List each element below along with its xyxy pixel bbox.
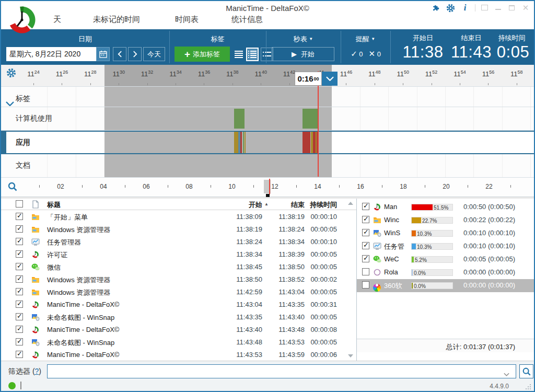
stopwatch-section-label[interactable]: 秒表 ▼: [266, 34, 341, 44]
day-overview-ruler[interactable]: 0204060810121416182022: [1, 178, 534, 197]
row-checkbox[interactable]: [16, 326, 23, 333]
timeline-settings-gear-icon[interactable]: [6, 68, 16, 78]
scroll-up-arrow[interactable]: [348, 202, 353, 205]
row-checkbox[interactable]: [16, 301, 23, 308]
app-usage-row[interactable]: 任务管 10.3% 0:00:10 (0:00:10): [357, 240, 534, 253]
timeline-row-tags[interactable]: 标签: [1, 87, 534, 107]
scroll-down-arrow[interactable]: [348, 354, 353, 358]
usage-bar-track: 0.0%: [411, 282, 453, 289]
maximize-button[interactable]: [508, 4, 516, 11]
row-checkbox[interactable]: [16, 275, 23, 283]
app-usage-row[interactable]: WinS 10.3% 0:00:10 (0:00:10): [357, 227, 534, 240]
row-checkbox[interactable]: [16, 338, 23, 345]
activity-bar[interactable]: [313, 132, 316, 153]
calendar-icon[interactable]: [96, 47, 110, 61]
row-checkbox[interactable]: [362, 203, 369, 210]
activity-bar[interactable]: [240, 132, 242, 153]
row-checkbox[interactable]: [362, 255, 369, 262]
timeline-row-documents[interactable]: 文档: [1, 154, 534, 178]
prev-day-button[interactable]: [113, 47, 126, 61]
chevron-down-icon[interactable]: [6, 99, 14, 108]
view-detail-button[interactable]: [246, 48, 259, 61]
row-checkbox[interactable]: [16, 225, 23, 233]
add-tag-button[interactable]: + 添加标签: [175, 47, 230, 62]
timeline-row-applications[interactable]: 应用: [1, 131, 534, 154]
reminder-section-label[interactable]: 提醒 ▼: [341, 34, 390, 44]
resize-grip[interactable]: [526, 384, 531, 389]
row-checkbox[interactable]: [362, 281, 369, 289]
plugins-icon[interactable]: [431, 3, 440, 13]
activity-bar[interactable]: [303, 132, 310, 153]
activity-bar[interactable]: [245, 132, 246, 153]
activity-start: 11:38:24: [215, 238, 262, 246]
tab-untagged-time[interactable]: 未标记的时间: [93, 15, 140, 29]
row-checkbox[interactable]: [362, 242, 369, 249]
chevron-down-icon[interactable]: [322, 72, 338, 86]
row-checkbox[interactable]: [16, 351, 23, 358]
table-row[interactable]: 未命名截图 - WinSnap 11:43:35 11:43:40 00:00:…: [1, 311, 356, 324]
tab-statistics[interactable]: 统计信息: [231, 15, 263, 29]
wechat-icon: [31, 263, 40, 271]
selection-region[interactable]: [104, 107, 332, 130]
date-input[interactable]: [6, 47, 96, 61]
row-checkbox[interactable]: [16, 313, 23, 320]
column-title[interactable]: 标题: [47, 200, 226, 210]
row-checkbox[interactable]: [16, 263, 23, 270]
row-checkbox[interactable]: [362, 268, 369, 275]
settings-gear-icon[interactable]: [446, 3, 455, 13]
selection-region[interactable]: [104, 154, 332, 177]
view-list-button[interactable]: [232, 48, 245, 61]
table-row[interactable]: Windows 资源管理器 11:42:59 11:43:04 00:00:05: [1, 286, 356, 298]
app-usage-row[interactable]: Winc 22.7% 0:00:22 (0:00:22): [357, 214, 534, 227]
selection-duration-box[interactable]: 0:1600: [295, 72, 338, 86]
activity-bar[interactable]: [234, 109, 245, 129]
table-row[interactable]: 任务管理器 11:38:24 11:38:34 00:00:10: [1, 236, 356, 248]
row-checkbox[interactable]: [16, 288, 23, 295]
table-row[interactable]: ManicTime - DeltaFoX© 11:43:40 11:43:48 …: [1, 324, 356, 336]
timeline-ruler[interactable]: 1124112611281130113211341136113811401142…: [1, 65, 534, 87]
timeline-row-computer-usage[interactable]: 计算机使用: [1, 107, 534, 131]
info-icon[interactable]: i: [460, 3, 470, 13]
activity-bar[interactable]: [234, 132, 238, 153]
app-usage-row[interactable]: WeC 5.2% 0:00:05 (0:00:05): [357, 253, 534, 266]
chevron-down-icon[interactable]: [504, 369, 509, 378]
search-icon[interactable]: [519, 364, 533, 378]
app-usage-row[interactable]: Man 51.5% 0:00:50 (0:00:50): [357, 201, 534, 214]
select-all-checkbox[interactable]: [16, 200, 23, 207]
ruler-time-label: 1154: [453, 70, 466, 78]
always-on-top-icon[interactable]: [481, 4, 489, 11]
close-button[interactable]: ✕: [521, 4, 530, 11]
table-header[interactable]: 标题 开始 ▲ 结束 持续时间: [1, 199, 356, 210]
table-row[interactable]: 「开始」菜单 11:38:09 11:38:19 00:00:10: [1, 211, 356, 223]
filter-input[interactable]: [47, 364, 516, 378]
table-row[interactable]: ManicTime - DeltaFoX© 11:43:04 11:43:35 …: [1, 298, 356, 311]
minimize-button[interactable]: [494, 4, 503, 11]
table-row[interactable]: 未命名截图 - WinSnap 11:43:48 11:43:53 00:00:…: [1, 336, 356, 349]
row-checkbox[interactable]: [16, 250, 23, 258]
table-row[interactable]: ManicTime - DeltaFoX© 11:43:53 11:43:59 …: [1, 349, 356, 361]
column-duration[interactable]: 持续时间: [300, 200, 337, 210]
table-row[interactable]: Windows 资源管理器 11:38:50 11:38:52 00:00:02: [1, 273, 356, 286]
column-start[interactable]: 开始: [215, 200, 262, 210]
selection-region[interactable]: [104, 132, 332, 153]
next-day-button[interactable]: [128, 47, 142, 61]
today-button[interactable]: 今天: [143, 47, 165, 61]
row-checkbox[interactable]: [16, 213, 23, 220]
zoom-magnifier-icon[interactable]: [7, 181, 18, 192]
splitter-handle[interactable]: [20, 382, 21, 389]
activity-end: 11:43:04: [263, 288, 305, 296]
row-checkbox[interactable]: [362, 229, 369, 236]
selection-region[interactable]: [104, 87, 332, 107]
app-usage-row[interactable]: 360软 0.0% 0:00:00 (0:00:00): [357, 279, 534, 292]
table-row[interactable]: 许可证 11:38:34 11:38:39 00:00:05: [1, 248, 356, 261]
tab-day[interactable]: 天: [53, 15, 61, 29]
tab-timesheet[interactable]: 时间表: [175, 15, 199, 29]
table-row[interactable]: Windows 资源管理器 11:38:19 11:38:24 00:00:05: [1, 223, 356, 236]
stopwatch-start-button[interactable]: ▶ 开始: [272, 47, 334, 61]
column-end[interactable]: 结束: [263, 200, 305, 210]
app-usage-row[interactable]: Rola 0.0% 0:00:00 (0:00:00): [357, 266, 534, 279]
activity-bar[interactable]: [303, 109, 318, 129]
table-row[interactable]: 微信 11:38:45 11:38:50 00:00:05: [1, 261, 356, 273]
row-checkbox[interactable]: [362, 216, 369, 223]
row-checkbox[interactable]: [16, 238, 23, 245]
